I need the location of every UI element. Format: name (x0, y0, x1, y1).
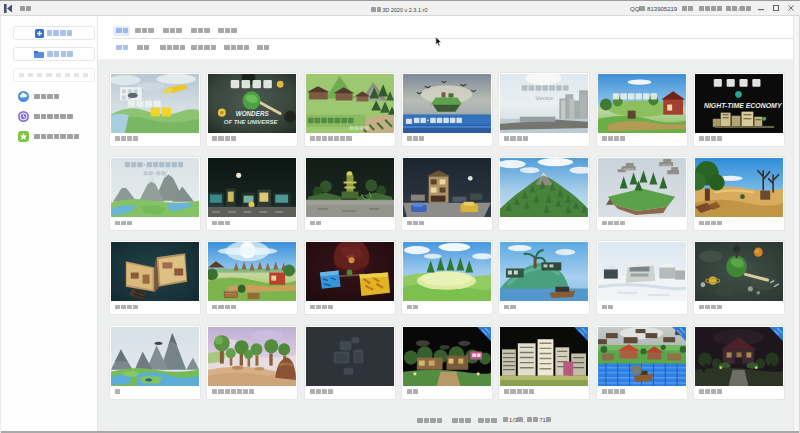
svg-text:Venice: Venice (536, 95, 554, 101)
svg-text:NIGHT-TIME ECONOMY: NIGHT-TIME ECONOMY (704, 101, 783, 108)
svg-text:OF THE UNIVERSE: OF THE UNIVERSE (224, 119, 279, 125)
svg-text:WONDERS: WONDERS (236, 110, 270, 117)
